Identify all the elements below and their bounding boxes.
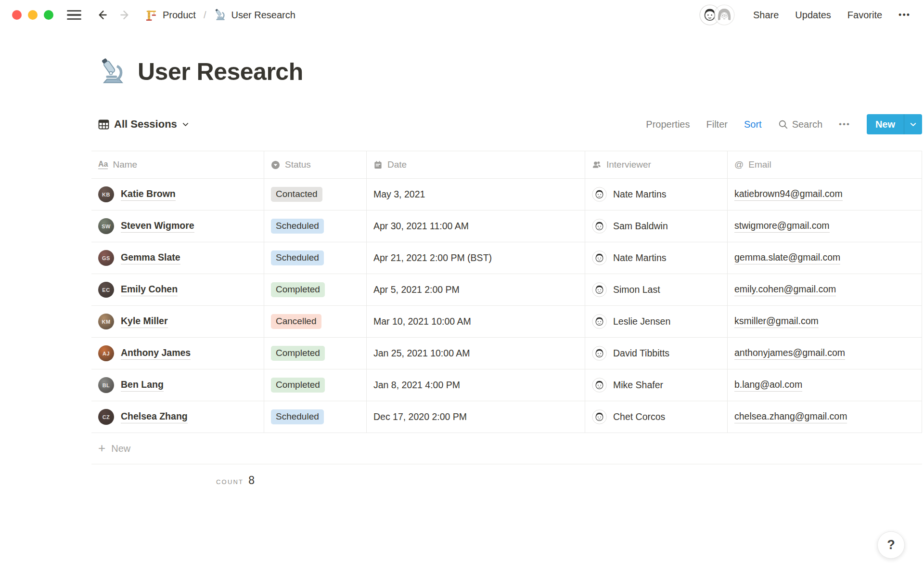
table-row[interactable]: KB Katie Brown Contacted May 3, 2021 Nat… [91,178,922,210]
interviewer-cell[interactable]: Chet Corcos [585,401,728,433]
updates-button[interactable]: Updates [795,10,831,21]
status-cell[interactable]: Completed [264,274,367,305]
session-name-link[interactable]: Emily Cohen [121,284,178,296]
select-property-icon [271,160,280,170]
email-link[interactable]: b.lang@aol.com [734,379,802,392]
name-cell: EC Emily Cohen [91,274,264,305]
session-name-link[interactable]: Gemma Slate [121,252,180,264]
properties-button[interactable]: Properties [646,119,690,130]
session-name-link[interactable]: Steven Wigmore [121,220,194,233]
collaborator-avatar-2 [714,4,735,26]
status-badge: Completed [271,282,325,297]
date-cell[interactable]: Mar 10, 2021 10:00 AM [367,306,585,337]
session-avatar: CZ [98,409,114,425]
session-avatar: SW [98,218,114,234]
table-row[interactable]: SW Steven Wigmore Scheduled Apr 30, 2021… [91,210,922,242]
column-header-name[interactable]: Aa Name [91,151,264,178]
new-button[interactable]: New [867,114,904,134]
status-badge: Contacted [271,187,322,202]
column-header-date[interactable]: Date [367,151,585,178]
page-emoji-microscope-icon[interactable] [99,58,127,86]
filter-button[interactable]: Filter [706,119,728,130]
view-switcher-all-sessions[interactable]: All Sessions [98,118,189,131]
minimize-button[interactable] [28,10,38,20]
date-cell[interactable]: Jan 8, 2021 4:00 PM [367,369,585,401]
more-options-icon[interactable]: ••• [898,10,911,20]
table-row[interactable]: BL Ben Lang Completed Jan 8, 2021 4:00 P… [91,369,922,401]
status-cell[interactable]: Scheduled [264,401,367,433]
date-cell[interactable]: Apr 30, 2021 11:00 AM [367,210,585,242]
new-button-dropdown[interactable] [904,114,922,134]
help-button[interactable]: ? [877,531,905,559]
email-link[interactable]: chelsea.zhang@gmail.com [734,411,847,423]
email-cell[interactable]: stwigmore@gmail.com [728,210,922,242]
session-avatar: AJ [98,345,114,361]
share-button[interactable]: Share [753,10,779,21]
column-header-interviewer[interactable]: Interviewer [585,151,728,178]
name-cell: KB Katie Brown [91,179,264,210]
count-label[interactable]: COUNT [216,478,244,486]
session-name-link[interactable]: Ben Lang [121,379,164,392]
status-cell[interactable]: Scheduled [264,242,367,274]
zoom-button[interactable] [44,10,53,20]
date-value: Apr 21, 2021 2:00 PM (BST) [373,252,492,263]
column-header-email[interactable]: @ Email [728,151,922,178]
session-name-link[interactable]: Kyle Miller [121,315,168,328]
forward-arrow-icon[interactable] [119,8,132,22]
table-row[interactable]: EC Emily Cohen Completed Apr 5, 2021 2:0… [91,274,922,305]
status-cell[interactable]: Completed [264,369,367,401]
email-cell[interactable]: emily.cohen@gmail.com [728,274,922,305]
table-row[interactable]: KM Kyle Miller Cancelled Mar 10, 2021 10… [91,305,922,337]
status-cell[interactable]: Scheduled [264,210,367,242]
email-link[interactable]: katiebrown94@gmail.com [734,188,843,201]
email-cell[interactable]: gemma.slate@gmail.com [728,242,922,274]
email-cell[interactable]: ksmiller@gmail.com [728,306,922,337]
date-cell[interactable]: May 3, 2021 [367,179,585,210]
table-row[interactable]: GS Gemma Slate Scheduled Apr 21, 2021 2:… [91,242,922,274]
session-name-link[interactable]: Chelsea Zhang [121,411,188,423]
status-cell[interactable]: Contacted [264,179,367,210]
favorite-button[interactable]: Favorite [847,10,882,21]
status-cell[interactable]: Completed [264,338,367,369]
date-cell[interactable]: Apr 21, 2021 2:00 PM (BST) [367,242,585,274]
breadcrumb-item-product[interactable]: Product [145,9,196,22]
breadcrumb-item-user-research[interactable]: User Research [214,9,295,21]
interviewer-cell[interactable]: Mike Shafer [585,369,728,401]
interviewer-cell[interactable]: Sam Baldwin [585,210,728,242]
session-name-link[interactable]: Katie Brown [121,188,176,201]
email-cell[interactable]: chelsea.zhang@gmail.com [728,401,922,433]
interviewer-cell[interactable]: Leslie Jensen [585,306,728,337]
interviewer-cell[interactable]: Nate Martins [585,242,728,274]
date-cell[interactable]: Apr 5, 2021 2:00 PM [367,274,585,305]
help-icon: ? [887,538,895,552]
add-new-row-button[interactable]: + New [91,433,922,464]
sidebar-menu-icon[interactable] [67,10,81,20]
collaborator-avatars[interactable] [699,4,735,26]
status-cell[interactable]: Cancelled [264,306,367,337]
email-link[interactable]: ksmiller@gmail.com [734,315,819,328]
back-arrow-icon[interactable] [95,8,108,22]
column-header-status[interactable]: Status [264,151,367,178]
close-button[interactable] [12,10,22,20]
interviewer-cell[interactable]: David Tibbitts [585,338,728,369]
email-cell[interactable]: b.lang@aol.com [728,369,922,401]
name-cell: AJ Anthony James [91,338,264,369]
table-row[interactable]: AJ Anthony James Completed Jan 25, 2021 … [91,337,922,369]
email-link[interactable]: anthonyjames@gmail.com [734,347,845,360]
interviewer-cell[interactable]: Nate Martins [585,179,728,210]
date-value: May 3, 2021 [373,189,425,200]
date-cell[interactable]: Dec 17, 2020 2:00 PM [367,401,585,433]
email-cell[interactable]: katiebrown94@gmail.com [728,179,922,210]
email-link[interactable]: stwigmore@gmail.com [734,220,830,233]
email-cell[interactable]: anthonyjames@gmail.com [728,338,922,369]
table-row[interactable]: CZ Chelsea Zhang Scheduled Dec 17, 2020 … [91,401,922,433]
session-name-link[interactable]: Anthony James [121,347,191,360]
sort-button[interactable]: Sort [744,119,762,130]
view-more-options-icon[interactable]: ••• [839,119,850,129]
email-link[interactable]: emily.cohen@gmail.com [734,284,836,296]
interviewer-cell[interactable]: Simon Last [585,274,728,305]
email-link[interactable]: gemma.slate@gmail.com [734,252,840,264]
date-cell[interactable]: Jan 25, 2021 10:00 AM [367,338,585,369]
column-label: Name [113,159,137,170]
search-button[interactable]: Search [778,119,822,130]
